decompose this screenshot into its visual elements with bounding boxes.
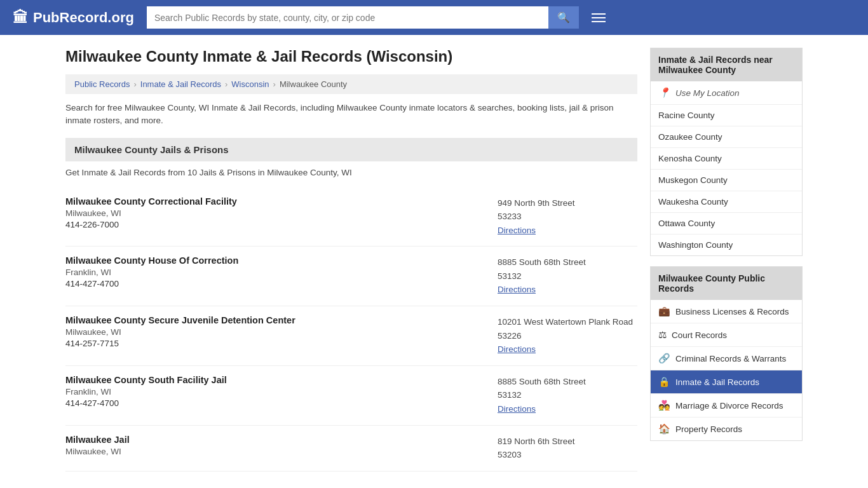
facility-name: Milwaukee County Secure Juvenile Detenti… [65,315,485,325]
facility-zip: 53203 [498,448,637,462]
facility-row: Milwaukee Jail Milwaukee, WI 819 North 6… [65,426,637,471]
page-title: Milwaukee County Inmate & Jail Records (… [65,48,637,65]
facility-left: Milwaukee County Correctional Facility M… [65,196,485,238]
breadcrumb-sep-2: › [225,79,227,89]
facility-left: Milwaukee Jail Milwaukee, WI [65,435,485,462]
breadcrumb-current: Milwaukee County [280,79,347,89]
logo-icon: 🏛 [13,9,28,27]
county-label: Kenosha County [658,154,722,163]
location-icon: 📍 [658,87,670,98]
facility-address: 819 North 6th Street [498,435,637,449]
sidebar-criminal-records[interactable]: 🔗 Criminal Records & Warrants [651,347,802,370]
sidebar-item-label: Court Records [672,330,727,340]
jails-section-header: Milwaukee County Jails & Prisons [65,138,637,161]
facility-name: Milwaukee County House Of Correction [65,255,485,266]
facility-right: 8885 South 68th Street 53132 Directions [498,375,637,416]
court-icon: ⚖ [658,329,667,341]
breadcrumb-sep-3: › [273,79,276,89]
sidebar-business-licenses[interactable]: 💼 Business Licenses & Records [651,300,802,323]
sidebar-item-label: Criminal Records & Warrants [675,354,786,363]
main-container: Milwaukee County Inmate & Jail Records (… [53,35,815,484]
facility-left: Milwaukee County South Facility Jail Fra… [65,375,485,416]
sidebar-county-washington[interactable]: Washington County [651,234,802,255]
sidebar-public-records-section: Milwaukee County Public Records 💼 Busine… [650,266,803,441]
sidebar: Inmate & Jail Records near Milwaukee Cou… [650,48,803,471]
breadcrumb-public-records[interactable]: Public Records [74,79,130,89]
facility-location: Milwaukee, WI [65,327,485,337]
search-area: 🔍 [147,6,579,29]
sidebar-item-label: Business Licenses & Records [675,307,789,316]
marriage-icon: 💑 [658,400,670,411]
facility-left: Milwaukee County House Of Correction Fra… [65,255,485,297]
sidebar-county-waukesha[interactable]: Waukesha County [651,191,802,213]
business-icon: 💼 [658,306,670,317]
property-icon: 🏠 [658,423,670,435]
sidebar-county-ottawa[interactable]: Ottawa County [651,213,802,234]
use-location-label: Use My Location [675,88,740,98]
facility-zip: 53132 [498,269,637,283]
sidebar-public-records-header: Milwaukee County Public Records [651,267,802,300]
logo-link[interactable]: 🏛 PubRecord.org [13,9,134,27]
sidebar-county-racine[interactable]: Racine County [651,105,802,126]
sidebar-county-muskegon[interactable]: Muskegon County [651,170,802,191]
facility-location: Franklin, WI [65,268,485,277]
logo-text: PubRecord.org [33,10,134,26]
sidebar-inmate-records[interactable]: 🔒 Inmate & Jail Records [651,370,802,394]
directions-link[interactable]: Directions [498,404,536,414]
sidebar-use-location[interactable]: 📍 Use My Location [651,81,802,105]
facility-row: Milwaukee County Correctional Facility M… [65,187,637,247]
facility-zip: 53132 [498,388,637,402]
facility-phone: 414-427-4700 [65,279,485,288]
facility-right: 8885 South 68th Street 53132 Directions [498,255,637,297]
facility-right: 10201 West Watertown Plank Road 53226 Di… [498,315,637,356]
breadcrumb-sep-1: › [133,79,136,89]
sidebar-county-kenosha[interactable]: Kenosha County [651,148,802,170]
county-label: Washington County [658,240,733,250]
facility-right: 819 North 6th Street 53203 [498,435,637,462]
facility-address: 8885 South 68th Street [498,375,637,389]
sidebar-item-label: Property Records [675,424,742,434]
facility-zip: 53226 [498,329,637,343]
facility-address: 10201 West Watertown Plank Road [498,315,637,329]
county-label: Muskegon County [658,175,728,185]
search-input[interactable] [147,6,548,29]
county-label: Racine County [658,111,715,120]
facility-row: Milwaukee County South Facility Jail Fra… [65,366,637,426]
sidebar-item-label: Inmate & Jail Records [675,377,759,387]
facility-name: Milwaukee County South Facility Jail [65,375,485,385]
facility-phone: 414-427-4700 [65,398,485,408]
directions-link[interactable]: Directions [498,285,536,294]
facility-address: 949 North 9th Street [498,196,637,210]
directions-link[interactable]: Directions [498,226,536,235]
sidebar-item-label: Marriage & Divorce Records [675,401,783,410]
page-description: Search for free Milwaukee County, WI Inm… [65,102,637,128]
sidebar-court-records[interactable]: ⚖ Court Records [651,323,802,347]
facility-right: 949 North 9th Street 53233 Directions [498,196,637,238]
facility-location: Milwaukee, WI [65,447,485,456]
breadcrumb-inmate-records[interactable]: Inmate & Jail Records [140,79,221,89]
lock-icon: 🔒 [658,376,670,388]
facility-name: Milwaukee County Correctional Facility [65,196,485,207]
county-label: Ottawa County [658,219,715,228]
breadcrumb-wisconsin[interactable]: Wisconsin [231,79,269,89]
menu-button[interactable] [592,13,606,22]
criminal-icon: 🔗 [658,353,670,364]
facility-phone: 414-226-7000 [65,220,485,229]
facility-location: Milwaukee, WI [65,208,485,218]
site-header: 🏛 PubRecord.org 🔍 [0,0,868,35]
content-area: Milwaukee County Inmate & Jail Records (… [65,48,637,471]
sidebar-nearby-section: Inmate & Jail Records near Milwaukee Cou… [650,48,803,256]
facility-name: Milwaukee Jail [65,435,485,445]
county-label: Ozaukee County [658,132,722,142]
sidebar-marriage-records[interactable]: 💑 Marriage & Divorce Records [651,394,802,417]
facility-left: Milwaukee County Secure Juvenile Detenti… [65,315,485,356]
jails-section-sub: Get Inmate & Jail Records from 10 Jails … [65,168,637,177]
facility-location: Franklin, WI [65,387,485,396]
sidebar-county-ozaukee[interactable]: Ozaukee County [651,126,802,148]
directions-link[interactable]: Directions [498,344,536,354]
sidebar-nearby-header: Inmate & Jail Records near Milwaukee Cou… [651,48,802,81]
search-button[interactable]: 🔍 [548,6,579,29]
facility-phone: 414-257-7715 [65,339,485,348]
facility-address: 8885 South 68th Street [498,255,637,269]
sidebar-property-records[interactable]: 🏠 Property Records [651,417,802,440]
